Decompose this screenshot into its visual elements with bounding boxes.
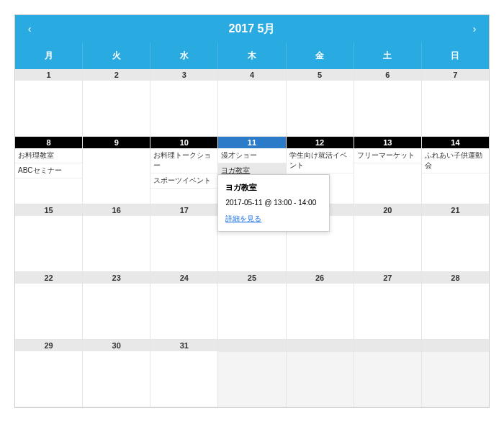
week-row: 293031 bbox=[15, 340, 489, 407]
date-number bbox=[354, 340, 421, 352]
tooltip-title: ヨガ教室 bbox=[225, 182, 322, 193]
date-number: 17 bbox=[150, 204, 217, 216]
event-item[interactable]: 学生向け就活イベント bbox=[287, 148, 354, 173]
date-number: 13 bbox=[354, 137, 421, 148]
date-number: 21 bbox=[422, 204, 489, 216]
calendar-grid: 12345678お料理教室ABCセミナー910お料理トークショースポーツイベント… bbox=[15, 69, 489, 407]
weekday-sun: 日 bbox=[422, 42, 489, 69]
day-cell[interactable] bbox=[422, 340, 489, 407]
date-number: 6 bbox=[354, 69, 421, 81]
event-item[interactable]: フリーマーケット bbox=[354, 148, 421, 163]
event-item[interactable]: ABCセミナー bbox=[15, 163, 82, 179]
day-cell[interactable]: 24 bbox=[150, 272, 218, 340]
next-month-button[interactable]: › bbox=[460, 23, 489, 35]
date-number: 28 bbox=[422, 272, 489, 284]
day-cell[interactable]: 27 bbox=[354, 272, 422, 340]
day-cell[interactable]: 20 bbox=[354, 204, 422, 272]
week-row: 1234567 bbox=[15, 69, 489, 137]
date-number: 5 bbox=[287, 69, 354, 81]
day-cell[interactable]: 7 bbox=[422, 69, 489, 137]
day-cell[interactable]: 10お料理トークショースポーツイベント bbox=[150, 137, 218, 204]
day-cell[interactable]: 2 bbox=[83, 69, 150, 137]
date-number: 25 bbox=[218, 272, 285, 284]
day-cell[interactable] bbox=[354, 340, 422, 407]
date-number: 30 bbox=[83, 340, 150, 351]
weekday-fri: 金 bbox=[287, 42, 354, 69]
day-cell[interactable]: 26 bbox=[287, 272, 354, 340]
date-number: 27 bbox=[354, 272, 421, 284]
date-number bbox=[218, 340, 285, 352]
event-item[interactable]: お料理教室 bbox=[15, 148, 82, 163]
event-item[interactable]: ふれあい子供運動会 bbox=[422, 148, 489, 173]
date-number: 7 bbox=[422, 69, 489, 81]
day-cell[interactable]: 16 bbox=[83, 204, 150, 272]
day-cell[interactable]: 14ふれあい子供運動会 bbox=[422, 137, 489, 204]
weekday-mon: 月 bbox=[15, 42, 83, 69]
event-item[interactable]: スポーツイベント bbox=[150, 173, 217, 189]
day-cell[interactable]: 5 bbox=[287, 69, 354, 137]
weekday-sat: 土 bbox=[354, 42, 422, 69]
date-number: 31 bbox=[150, 340, 217, 351]
date-number bbox=[287, 340, 354, 352]
day-cell[interactable]: 8お料理教室ABCセミナー bbox=[15, 137, 83, 204]
day-cell[interactable]: 1 bbox=[15, 69, 83, 137]
event-tooltip: ヨガ教室2017-05-11 @ 13:00 - 14:00詳細を見る bbox=[217, 174, 330, 232]
day-cell[interactable] bbox=[218, 340, 286, 407]
day-cell[interactable]: 17 bbox=[150, 204, 218, 272]
date-number: 16 bbox=[83, 204, 150, 216]
day-cell[interactable]: 3 bbox=[150, 69, 218, 137]
day-cell[interactable]: 4 bbox=[218, 69, 286, 137]
week-row: 22232425262728 bbox=[15, 272, 489, 340]
weekday-wed: 水 bbox=[150, 42, 218, 69]
date-number: 24 bbox=[150, 272, 217, 284]
day-cell[interactable]: 11漫才ショーヨガ教室ヨガ教室2017-05-11 @ 13:00 - 14:0… bbox=[218, 137, 286, 204]
calendar-header: ‹ 2017 5月 › bbox=[15, 15, 489, 42]
week-row: 8お料理教室ABCセミナー910お料理トークショースポーツイベント11漫才ショー… bbox=[15, 137, 489, 204]
date-number: 1 bbox=[15, 69, 82, 81]
weekday-header: 月 火 水 木 金 土 日 bbox=[15, 42, 489, 69]
date-number: 15 bbox=[15, 204, 82, 216]
date-number: 4 bbox=[218, 69, 285, 81]
day-cell[interactable]: 15 bbox=[15, 204, 83, 272]
day-cell[interactable]: 22 bbox=[15, 272, 83, 340]
tooltip-time: 2017-05-11 @ 13:00 - 14:00 bbox=[225, 199, 322, 207]
date-number bbox=[422, 340, 489, 352]
prev-month-button[interactable]: ‹ bbox=[15, 23, 44, 35]
date-number: 2 bbox=[83, 69, 150, 81]
date-number: 11 bbox=[218, 137, 285, 148]
event-item[interactable]: お料理トークショー bbox=[150, 148, 217, 173]
date-number: 23 bbox=[83, 272, 150, 284]
day-cell[interactable]: 9 bbox=[83, 137, 150, 204]
calendar: ‹ 2017 5月 › 月 火 水 木 金 土 日 12345678お料理教室A… bbox=[14, 14, 490, 408]
date-number: 10 bbox=[150, 137, 217, 148]
weekday-tue: 火 bbox=[83, 42, 150, 69]
tooltip-details-link[interactable]: 詳細を見る bbox=[225, 214, 322, 224]
day-cell[interactable]: 29 bbox=[15, 340, 83, 407]
date-number: 14 bbox=[422, 137, 489, 148]
day-cell[interactable]: 6 bbox=[354, 69, 422, 137]
day-cell[interactable]: 31 bbox=[150, 340, 218, 407]
day-cell[interactable]: 25 bbox=[218, 272, 286, 340]
date-number: 8 bbox=[15, 137, 82, 148]
date-number: 12 bbox=[287, 137, 354, 148]
event-item[interactable]: 漫才ショー bbox=[218, 148, 285, 163]
day-cell[interactable]: 23 bbox=[83, 272, 150, 340]
day-cell[interactable]: 28 bbox=[422, 272, 489, 340]
date-number: 22 bbox=[15, 272, 82, 284]
date-number: 9 bbox=[83, 137, 150, 148]
day-cell[interactable] bbox=[287, 340, 354, 407]
day-cell[interactable]: 21 bbox=[422, 204, 489, 272]
day-cell[interactable]: 13フリーマーケット bbox=[354, 137, 422, 204]
weekday-thu: 木 bbox=[218, 42, 286, 69]
date-number: 3 bbox=[150, 69, 217, 81]
date-number: 20 bbox=[354, 204, 421, 216]
date-number: 26 bbox=[287, 272, 354, 284]
date-number: 29 bbox=[15, 340, 82, 351]
day-cell[interactable]: 30 bbox=[83, 340, 150, 407]
calendar-title: 2017 5月 bbox=[44, 22, 460, 37]
